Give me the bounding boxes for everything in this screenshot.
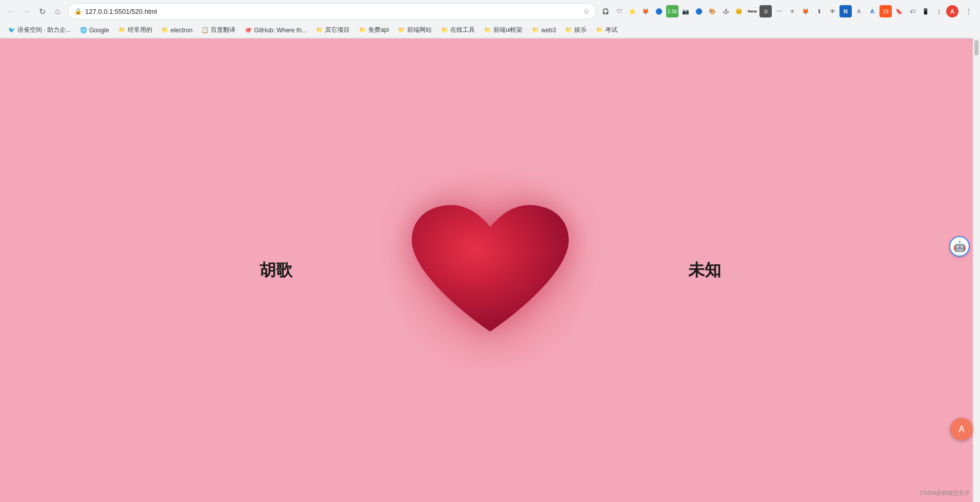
- ext-profile-icon[interactable]: A: [946, 5, 958, 17]
- folder-icon-10: 📁: [596, 27, 603, 33]
- bookmark-yuque-label: 语雀空间 · 助力企...: [17, 26, 71, 34]
- heart-container: 胡歌 未知: [403, 191, 577, 350]
- ext-star-icon[interactable]: ⭐: [626, 5, 638, 17]
- folder-icon-2: 📁: [162, 27, 169, 33]
- ext-n-icon[interactable]: N: [839, 5, 852, 17]
- folder-icon-1: 📁: [118, 27, 126, 33]
- ext-firefox-icon[interactable]: 🦊: [639, 5, 652, 17]
- ext-chrome-icon[interactable]: 🔵: [693, 5, 705, 17]
- ext-headphone-icon[interactable]: 🎧: [599, 5, 612, 17]
- bookmark-entertainment-label: 娱乐: [574, 26, 587, 34]
- float-robot-button[interactable]: 🤖: [949, 236, 970, 257]
- bookmark-github-label: GitHub: Where th...: [254, 27, 307, 34]
- ext-wave-icon[interactable]: 〰: [773, 5, 785, 17]
- ext-two-icon[interactable]: ②: [759, 5, 772, 17]
- right-person-name: 未知: [688, 259, 721, 282]
- folder-icon-8: 📁: [532, 27, 539, 33]
- address-bar[interactable]: 🔒 127.0.0.1:5501/520.html ☆: [68, 3, 596, 20]
- ext-eye-icon[interactable]: 👁: [826, 5, 838, 17]
- bookmark-yuque[interactable]: 🐦 语雀空间 · 助力企...: [4, 25, 75, 35]
- url-text: 127.0.0.1:5501/520.html: [85, 8, 580, 15]
- github-icon: 🐙: [245, 27, 252, 33]
- extension-icons: 🎧 🛡 ⭐ 🦊 🔵 2.0k 📷 🔵 🎨 🕹 😊 New ② 〰 ☀ 🦊 ⬇ 👁…: [599, 5, 958, 17]
- forward-button[interactable]: →: [19, 4, 34, 18]
- ext-face-icon[interactable]: 😊: [733, 5, 745, 17]
- nav-buttons: ← → ↻ ⌂: [4, 4, 65, 18]
- menu-button[interactable]: ⋮: [962, 4, 976, 18]
- bookmark-frontend-ui-label: 前端ui框架: [493, 26, 523, 34]
- bookmark-baidu-label: 百度翻译: [211, 26, 235, 34]
- baidu-icon: 📋: [202, 27, 209, 33]
- bookmark-frontend-site[interactable]: 📁 前端网站: [394, 25, 436, 35]
- ext-download-icon[interactable]: ⬇: [813, 5, 825, 17]
- bookmarks-bar: 🐦 语雀空间 · 助力企... 🌐 Google 📁 经常用的 📁 electr…: [0, 23, 980, 38]
- bookmark-frontend-site-label: 前端网站: [407, 26, 432, 34]
- bookmark-entertainment[interactable]: 📁 娱乐: [561, 25, 591, 35]
- ext-game-icon[interactable]: 🕹: [719, 5, 732, 17]
- ext-palette-icon[interactable]: 🎨: [706, 5, 718, 17]
- folder-icon-4: 📁: [359, 27, 366, 33]
- bookmark-online-tools-label: 在线工具: [450, 26, 475, 34]
- bookmark-baidu[interactable]: 📋 百度翻译: [197, 25, 239, 35]
- csdn-watermark: CSDN@前端交互仔: [920, 489, 970, 497]
- bookmark-web3[interactable]: 📁 web3: [528, 26, 560, 35]
- robot-icon: 🤖: [953, 240, 966, 253]
- folder-icon-3: 📁: [316, 27, 323, 33]
- heart-shape: [403, 191, 577, 350]
- bookmark-online-tools[interactable]: 📁 在线工具: [437, 25, 479, 35]
- bookmark-google-label: Google: [89, 27, 109, 34]
- ext-sun-icon[interactable]: ☀: [786, 5, 798, 17]
- ext-line-icon[interactable]: |: [933, 5, 945, 17]
- bookmark-free-api[interactable]: 📁 免费api: [355, 25, 393, 35]
- ext-circle-icon[interactable]: 🔵: [653, 5, 665, 17]
- ext-a-icon[interactable]: A: [866, 5, 878, 17]
- yuque-icon: 🐦: [8, 27, 15, 33]
- ext-number19-icon[interactable]: 19: [879, 5, 892, 17]
- ext-bookmark2-icon[interactable]: 🏷: [906, 5, 918, 17]
- bookmark-free-api-label: 免费api: [368, 26, 389, 34]
- bookmark-common[interactable]: 📁 经常用的: [114, 25, 156, 35]
- bookmark-web3-label: web3: [541, 27, 556, 34]
- bookmark-other-projects[interactable]: 📁 其它项目: [312, 25, 354, 35]
- bookmark-star-icon[interactable]: ☆: [583, 7, 590, 15]
- ext-shield-icon[interactable]: 🛡: [613, 5, 625, 17]
- bookmark-exam[interactable]: 📁 考试: [592, 25, 622, 35]
- float-translate-button[interactable]: A: [950, 418, 973, 440]
- bookmark-google[interactable]: 🌐 Google: [76, 26, 113, 35]
- browser-toolbar: ← → ↻ ⌂ 🔒 127.0.0.1:5501/520.html ☆ 🎧 🛡 …: [0, 0, 980, 23]
- ext-tablet-icon[interactable]: 📱: [919, 5, 932, 17]
- browser-actions: ⋮: [962, 4, 976, 18]
- scrollbar-thumb[interactable]: [974, 40, 978, 55]
- bookmark-common-label: 经常用的: [128, 26, 152, 34]
- back-button[interactable]: ←: [4, 4, 18, 18]
- folder-icon-6: 📁: [441, 27, 448, 33]
- ext-number-icon[interactable]: 2.0k: [666, 5, 678, 17]
- browser-chrome: ← → ↻ ⌂ 🔒 127.0.0.1:5501/520.html ☆ 🎧 🛡 …: [0, 0, 980, 38]
- bookmark-github[interactable]: 🐙 GitHub: Where th...: [241, 26, 311, 35]
- ext-lang-icon[interactable]: A: [853, 5, 865, 17]
- bookmark-electron[interactable]: 📁 electron: [157, 26, 197, 35]
- folder-icon-5: 📁: [398, 27, 405, 33]
- bookmark-other-projects-label: 其它项目: [325, 26, 350, 34]
- ext-camera-icon[interactable]: 📷: [679, 5, 692, 17]
- ext-bookmark-icon[interactable]: 🔖: [893, 5, 905, 17]
- lock-icon: 🔒: [74, 8, 82, 15]
- left-person-name: 胡歌: [259, 259, 292, 282]
- ext-new-icon[interactable]: New: [746, 5, 758, 17]
- folder-icon-9: 📁: [565, 27, 572, 33]
- reload-button[interactable]: ↻: [35, 4, 49, 18]
- scrollbar-track[interactable]: [973, 38, 980, 502]
- google-icon: 🌐: [80, 27, 87, 33]
- translate-icon: A: [958, 424, 965, 435]
- bookmark-exam-label: 考试: [605, 26, 617, 34]
- folder-icon-7: 📁: [484, 27, 491, 33]
- bookmark-frontend-ui[interactable]: 📁 前端ui框架: [480, 25, 527, 35]
- page-content: 胡歌 未知: [0, 38, 980, 502]
- bookmark-electron-label: electron: [171, 27, 193, 34]
- ext-fox-icon[interactable]: 🦊: [799, 5, 812, 17]
- home-button[interactable]: ⌂: [50, 4, 65, 18]
